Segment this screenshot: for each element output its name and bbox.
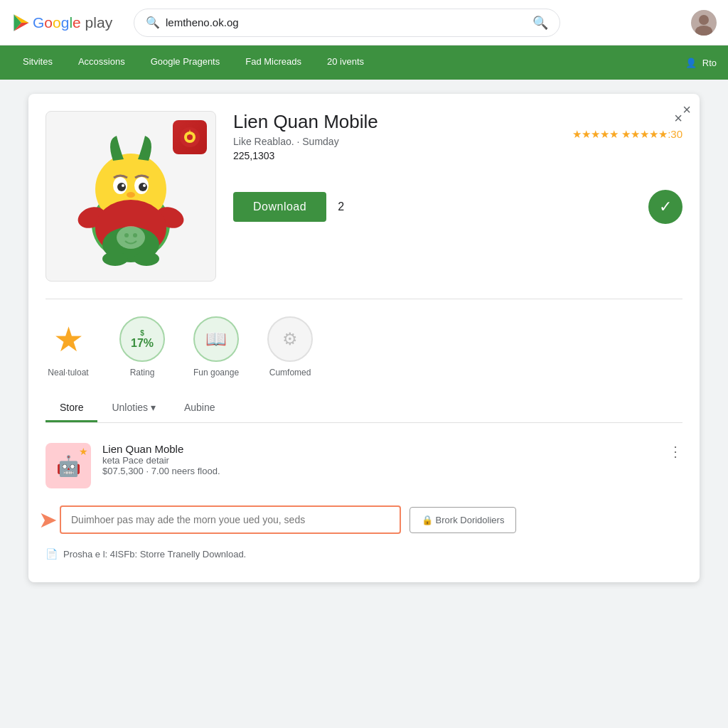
- rating-stars: ★★★★★: [572, 128, 619, 141]
- app-rating: ★★★★★ ★★★★★:30: [572, 128, 682, 141]
- app-title: Lien Quan Mobile: [233, 111, 378, 133]
- store-item-sub: keta Pace detair: [102, 455, 657, 466]
- app-icon-svg: [178, 126, 201, 149]
- nav-item-accossions[interactable]: Accossions: [67, 46, 136, 80]
- logo-text: Google play: [33, 14, 112, 31]
- app-installs: 225,1303: [233, 150, 378, 161]
- star-badge-icon: ★: [46, 316, 91, 362]
- svg-point-22: [102, 252, 128, 266]
- tab-aubine[interactable]: Aubine: [170, 395, 230, 422]
- avatar[interactable]: [691, 10, 717, 36]
- install-count: 2: [338, 200, 344, 213]
- search-prompt-input[interactable]: [60, 505, 401, 534]
- document-icon: 📄: [46, 548, 58, 560]
- more-options-button[interactable]: ⋮: [668, 443, 682, 460]
- store-item-title: Lien Quan Moble: [102, 443, 657, 455]
- installed-checkmark: ✓: [648, 190, 682, 224]
- badge-label-fun: Fun goange: [193, 368, 239, 378]
- app-icon-small: [173, 120, 207, 154]
- fun-badge-icon: 📖: [193, 316, 239, 362]
- svg-point-15: [127, 192, 135, 198]
- mini-star-icon: ★: [79, 446, 88, 457]
- search-submit-button[interactable]: 🔍: [532, 15, 548, 31]
- store-item-icon: 🤖 ★: [46, 443, 91, 488]
- close-button-top[interactable]: ×: [682, 102, 691, 117]
- svg-point-24: [117, 226, 145, 249]
- badges-row: ★ Neal·tuloat $ 17% Rating 📖 Fun goange …: [46, 299, 682, 395]
- search-bar[interactable]: 🔍 🔍: [134, 9, 560, 37]
- search-prompt-container: ➤ 🔒 Brork Doridoliers: [46, 497, 682, 542]
- badge-item-fun: 📖 Fun goange: [193, 316, 239, 378]
- svg-point-23: [134, 252, 159, 266]
- tab-store[interactable]: Store: [46, 395, 97, 422]
- robot-icon: 🤖: [56, 454, 81, 478]
- svg-point-5: [699, 15, 709, 25]
- badge-item-custom: ⚙ Cumfomed: [267, 316, 313, 378]
- search-icon: 🔍: [146, 16, 160, 29]
- svg-point-25: [124, 233, 129, 237]
- footer-link-row: 📄 Prosha e l: 4ISFb: Storre Tranelly Dow…: [46, 542, 682, 565]
- arrow-pointer-icon: ➤: [38, 506, 58, 533]
- header: Google play 🔍 🔍: [0, 0, 728, 46]
- store-item-info: Lien Quan Moble keta Pace detair $07.5,3…: [102, 443, 657, 476]
- svg-point-12: [139, 183, 147, 191]
- svg-point-26: [133, 233, 137, 237]
- nav-right: 👤 Rto: [685, 58, 717, 68]
- tab-unloties[interactable]: Unloties ▾: [97, 395, 169, 422]
- custom-badge-icon: ⚙: [267, 316, 313, 362]
- app-info: Lien Quan Mobile Like Reablao. · Sumday …: [233, 111, 682, 282]
- app-subtitle: Like Reablao. · Sumday: [233, 136, 378, 147]
- tabs-row: Store Unloties ▾ Aubine: [46, 395, 682, 423]
- nav-item-20-ivents[interactable]: 20 ivents: [316, 46, 375, 80]
- app-actions: Download 2 ✓: [233, 190, 682, 224]
- search-prompt-area: 🔒 Brork Doridoliers: [60, 497, 682, 542]
- badge-label-star: Neal·tuloat: [48, 368, 88, 378]
- logo-area: Google play: [11, 13, 125, 33]
- person-icon: 👤: [685, 58, 697, 68]
- play-store-icon: [11, 13, 31, 33]
- store-list-item: 🤖 ★ Lien Quan Moble keta Pace detair $07…: [46, 434, 682, 497]
- nav-right-label: Rto: [702, 58, 717, 68]
- download-button[interactable]: Download: [233, 192, 326, 222]
- svg-point-13: [122, 184, 124, 187]
- badge-item-rating: $ 17% Rating: [119, 316, 165, 378]
- nav-item-sitvites[interactable]: Sitvites: [11, 46, 64, 80]
- nav-item-fad-micreads[interactable]: Fad Micreads: [234, 46, 313, 80]
- block-button[interactable]: 🔒 Brork Doridoliers: [410, 507, 516, 533]
- svg-point-14: [143, 184, 146, 187]
- close-button-modal[interactable]: ×: [674, 111, 682, 125]
- app-top-row: Lien Quan Mobile Like Reablao. · Sumday …: [233, 111, 682, 173]
- navbar: Sitvites Accossions Google Pragents Fad …: [0, 46, 728, 80]
- store-item-price: $07.5,300 · 7.00 neers flood.: [102, 466, 657, 476]
- rating-badge-icon: $ 17%: [119, 316, 165, 362]
- nav-item-google-pragents[interactable]: Google Pragents: [139, 46, 232, 80]
- badge-label-rating: Rating: [130, 368, 155, 378]
- main-content: ×: [0, 80, 728, 728]
- search-input[interactable]: [166, 16, 527, 28]
- app-screenshot-area: [46, 111, 216, 282]
- svg-point-11: [117, 183, 126, 191]
- svg-point-29: [187, 134, 193, 140]
- badge-label-custom: Cumfomed: [269, 368, 311, 378]
- badge-item-star: ★ Neal·tuloat: [46, 316, 91, 378]
- app-card: ×: [28, 94, 700, 582]
- user-avatar-icon: [691, 10, 717, 36]
- rating-count: ★★★★★:30: [621, 128, 682, 141]
- app-header: Lien Quan Mobile Like Reablao. · Sumday …: [46, 111, 682, 299]
- footer-link-text: Prosha e l: 4ISFb: Storre Tranelly Downl…: [63, 549, 246, 560]
